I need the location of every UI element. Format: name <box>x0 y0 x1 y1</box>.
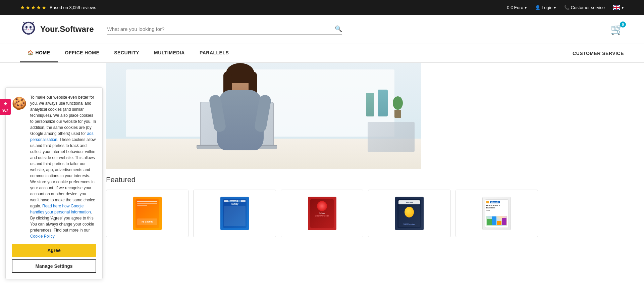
star-rating: ★★★★★ <box>20 4 47 11</box>
nav-customer-service[interactable]: CUSTOMER SERVICE <box>573 45 624 62</box>
product-card-1[interactable]: #1 Backup <box>106 190 189 237</box>
cookie-text: To make our website even better for you,… <box>30 94 96 239</box>
review-count: Based on 3,059 reviews <box>50 5 96 10</box>
top-bar: ★★★★★ Based on 3,059 reviews € € Euro ▾ … <box>0 0 644 15</box>
nav-parallels[interactable]: PARALLELS <box>192 44 236 62</box>
currency-icon: € <box>507 5 509 10</box>
nav-home-label: HOME <box>36 50 50 55</box>
product-card-2[interactable]: Microsoft 365 Family <box>193 190 276 237</box>
hero-image <box>106 63 421 169</box>
currency-dropdown-icon: ▾ <box>525 5 527 10</box>
flag-icon <box>613 5 620 10</box>
trust-star: ★ <box>3 101 8 106</box>
cart-area[interactable]: 🛒 0 <box>610 23 624 36</box>
nav: 🏠 HOME OFFICE HOME SECURITY MULTIMEDIA P… <box>0 44 644 63</box>
logo-text: Your.Software <box>40 24 94 34</box>
svg-point-1 <box>23 23 34 34</box>
product-card-5[interactable]: Microsoft Office Home & Business2024 <box>455 190 538 237</box>
nav-security-label: SECURITY <box>114 50 139 55</box>
logo-icon <box>20 21 37 38</box>
customer-service-link[interactable]: 📞 Customer service <box>564 5 605 10</box>
language-selector[interactable]: ▾ <box>613 5 624 10</box>
nav-office-home-label: OFFICE HOME <box>65 50 100 55</box>
nav-home[interactable]: 🏠 HOME <box>20 44 58 62</box>
svg-point-4 <box>25 26 28 29</box>
product-image-3: Adobe Creative Cloud <box>308 197 336 230</box>
person <box>210 65 270 152</box>
login-dropdown-icon: ▾ <box>554 5 556 10</box>
product-image-4: Norton 360 Premium <box>395 197 424 230</box>
currency-selector[interactable]: € € Euro ▾ <box>507 5 527 10</box>
product-card-3[interactable]: Adobe Creative Cloud <box>281 190 363 237</box>
nav-office-home[interactable]: OFFICE HOME <box>58 44 107 62</box>
nav-multimedia[interactable]: MULTIMEDIA <box>147 44 192 62</box>
cookie-policy-link[interactable]: Cookie Policy <box>30 234 55 239</box>
review-section: ★★★★★ Based on 3,059 reviews <box>20 4 96 11</box>
nav-security[interactable]: SECURITY <box>107 44 147 62</box>
product-card-4[interactable]: Norton 360 Premium <box>368 190 450 237</box>
product-image-5: Microsoft Office Home & Business2024 <box>482 197 511 230</box>
svg-point-5 <box>30 26 32 29</box>
cookie-banner: 🍪 To make our website even better for yo… <box>5 87 103 244</box>
search-icon[interactable]: 🔍 <box>335 25 342 33</box>
currency-label: € Euro <box>511 5 523 10</box>
bottle-2 <box>366 93 374 116</box>
cart-badge: 0 <box>620 21 626 28</box>
logo[interactable]: Your.Software <box>20 21 94 38</box>
cookie-icon: 🍪 <box>12 94 27 112</box>
cookie-intro: To make our website even better for you,… <box>30 95 96 136</box>
trust-badge[interactable]: ★ 9.7 <box>0 99 11 115</box>
product-image-2: Microsoft 365 Family <box>220 197 249 230</box>
trust-score: 9.7 <box>2 108 8 113</box>
bottle-1 <box>378 90 388 116</box>
cookie-body: . These cookies allow us and third parti… <box>30 137 96 208</box>
laptop-side <box>368 122 415 152</box>
customer-service-label: Customer service <box>571 5 605 10</box>
nav-parallels-label: PARALLELS <box>200 50 229 55</box>
search-bar[interactable]: 🔍 <box>107 23 342 35</box>
top-bar-right: € € Euro ▾ 👤 Login ▾ 📞 Customer service … <box>507 5 624 10</box>
header: Your.Software 🔍 🛒 0 <box>0 15 644 44</box>
nav-multimedia-label: MULTIMEDIA <box>154 50 185 55</box>
product-image-1: #1 Backup <box>133 197 162 230</box>
login-label: Login <box>542 5 552 10</box>
phone-icon: 📞 <box>564 5 570 10</box>
plant <box>391 96 405 116</box>
search-input[interactable] <box>107 26 335 32</box>
home-icon: 🏠 <box>28 50 34 55</box>
user-icon: 👤 <box>535 5 540 10</box>
login-button[interactable]: 👤 Login ▾ <box>535 5 556 10</box>
language-dropdown-icon: ▾ <box>622 5 624 10</box>
